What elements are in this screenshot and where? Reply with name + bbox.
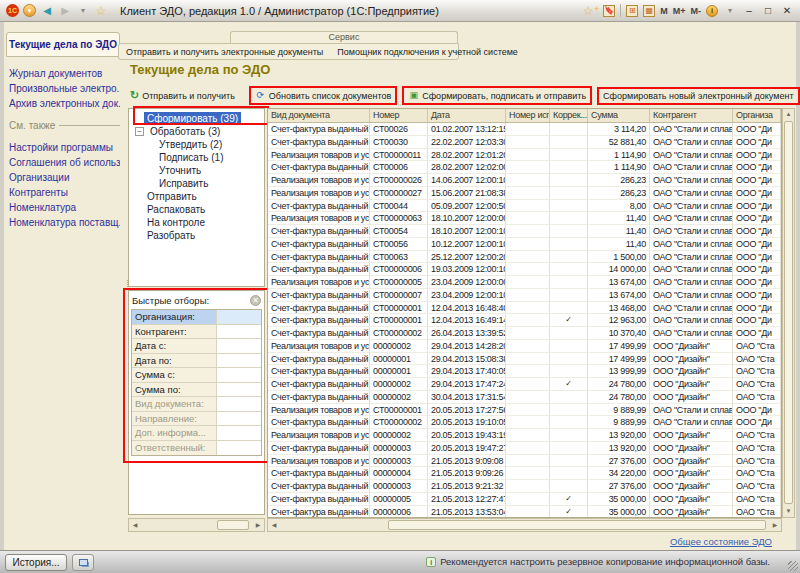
refresh-list-button[interactable]: ⟳ Обновить список документов — [251, 88, 395, 103]
maximize-button[interactable]: □ — [761, 5, 775, 16]
table-row[interactable]: Счет-фактура выданный0000000129.04.2013 … — [268, 353, 781, 366]
table-row[interactable]: Реализация товаров и ус...СТ0000002614.0… — [268, 174, 781, 187]
scroll-up-icon[interactable]: ▲ — [783, 109, 794, 120]
scroll-right-icon[interactable]: ▶ — [769, 519, 781, 531]
table-row[interactable]: Счет-фактура выданныйСТ0006325.12.2007 1… — [268, 251, 781, 264]
filter-value-field[interactable] — [217, 441, 261, 456]
service-menu-item[interactable]: Отправить и получить электронные докумен… — [119, 47, 330, 57]
info-dropdown-icon[interactable]: ▾ — [723, 4, 737, 18]
table-row[interactable]: Счет-фактура выданный0000000621.05.2013 … — [268, 506, 781, 519]
left-horizontal-scrollbar[interactable]: ◀ ▶ — [128, 518, 265, 532]
tree-item[interactable]: Утвердить (2) — [129, 138, 264, 151]
service-menu-item[interactable]: Помощник подключения к учетной системе — [330, 47, 525, 57]
table-horizontal-scrollbar[interactable]: ◀ ▶ — [267, 518, 782, 532]
filter-row[interactable]: Направление: — [132, 412, 261, 427]
tree-item[interactable]: Исправить — [129, 177, 264, 190]
column-header[interactable]: Контрагент — [650, 109, 733, 122]
sidebar-active-tab[interactable]: Текущие дела по ЭДО — [6, 32, 120, 57]
scrollbar-thumb[interactable] — [784, 121, 793, 504]
sidebar-item[interactable]: Контрагенты — [6, 185, 120, 200]
bookmark-icon[interactable]: 🔖 — [603, 5, 615, 17]
filter-row[interactable]: Сумма по: — [132, 383, 261, 398]
sidebar-item[interactable]: Настройки программы — [6, 140, 120, 155]
table-row[interactable]: Реализация товаров и ус...СТ0000006318.1… — [268, 212, 781, 225]
filter-row[interactable]: Дата с: — [132, 339, 261, 354]
main-menu-icon[interactable]: ▾ — [23, 4, 36, 17]
form-new-document-button[interactable]: Сформировать новый электронный документ — [599, 89, 797, 103]
sidebar-item[interactable]: Организации — [6, 170, 120, 185]
sidebar-item[interactable]: Соглашения об использ... — [6, 155, 120, 170]
vertical-scrollbar[interactable]: ▲ ▼ — [782, 108, 795, 518]
tree-item[interactable]: Разобрать — [129, 229, 264, 242]
history-dropdown-icon[interactable]: ▾ — [76, 4, 90, 18]
sidebar-item[interactable]: Номенклатура поставщ... — [6, 215, 120, 230]
filter-value-field[interactable] — [217, 310, 261, 324]
send-receive-button[interactable]: ↻ Отправить и получить — [130, 89, 235, 102]
table-row[interactable]: Счет-фактура выданный0000000320.05.2013 … — [268, 442, 781, 455]
scroll-left-icon[interactable]: ◀ — [268, 519, 280, 531]
table-row[interactable]: Счет-фактура выданныйСТ0002601.02.2007 1… — [268, 123, 781, 136]
column-header[interactable]: Номер испр... — [506, 109, 550, 122]
memory-minus-button[interactable]: M- — [691, 6, 702, 16]
table-row[interactable]: Счет-фактура выданныйСТ0000000112.04.201… — [268, 302, 781, 315]
table-row[interactable]: Счет-фактура выданный0000000321.05.2013 … — [268, 480, 781, 493]
table-row[interactable]: Счет-фактура выданный0000000129.04.2013 … — [268, 365, 781, 378]
edo-state-link[interactable]: Общее состояние ЭДО — [670, 536, 772, 547]
tree-item[interactable]: Распаковать — [129, 203, 264, 216]
sidebar-item[interactable]: Произвольные электро... — [6, 81, 120, 96]
table-row[interactable]: Счет-фактура выданныйСТ0000000112.04.201… — [268, 314, 781, 327]
filter-value-field[interactable] — [217, 325, 261, 339]
forward-icon[interactable]: ▶ — [58, 4, 72, 18]
resize-grip[interactable] — [788, 561, 798, 571]
filter-row[interactable]: Сумма с: — [132, 368, 261, 383]
table-row[interactable]: Счет-фактура выданный0000000229.04.2013 … — [268, 378, 781, 391]
memory-store-button[interactable]: M — [660, 6, 668, 16]
table-row[interactable]: Счет-фактура выданныйСТ0005610.12.2007 1… — [268, 238, 781, 251]
table-row[interactable]: Реализация товаров и ус...0000000220.05.… — [268, 429, 781, 442]
table-row[interactable]: Счет-фактура выданныйСТ0003022.02.2007 1… — [268, 136, 781, 149]
table-row[interactable]: Счет-фактура выданныйСТ0000000723.04.200… — [268, 289, 781, 302]
form-sign-send-button[interactable]: ▣ Сформировать, подписать и отправить — [404, 88, 590, 103]
column-header[interactable]: Организа — [733, 109, 781, 122]
filter-value-field[interactable] — [217, 354, 261, 368]
column-header[interactable]: Сумма — [588, 109, 650, 122]
filter-value-field[interactable] — [217, 339, 261, 353]
filter-row[interactable]: Ответственный: — [132, 441, 261, 456]
filter-row[interactable]: Вид документа: — [132, 397, 261, 412]
tree-item[interactable]: Подписать (1) — [129, 151, 264, 164]
table-row[interactable]: Реализация товаров и ус...СТ0000000523.0… — [268, 276, 781, 289]
tree-item[interactable]: Сформировать (39) — [129, 112, 264, 125]
scrollbar-thumb[interactable] — [217, 520, 249, 530]
close-icon[interactable]: ✕ — [250, 295, 261, 306]
info-icon[interactable]: i — [706, 5, 718, 17]
calculator-icon[interactable]: ⊞ — [626, 5, 638, 17]
table-row[interactable]: Счет-фактура выданныйСТ0005418.10.2007 1… — [268, 225, 781, 238]
column-header[interactable]: Коррек... — [550, 109, 588, 122]
filter-row[interactable]: Контрагент: — [132, 325, 261, 340]
filter-row[interactable]: Организация: — [132, 310, 261, 325]
table-row[interactable]: Счет-фактура выданныйСТ0000000619.03.200… — [268, 263, 781, 276]
sidebar-item[interactable]: Номенклатура — [6, 200, 120, 215]
table-row[interactable]: Счет-фактура выданныйСТ0004405.09.2007 1… — [268, 200, 781, 213]
scroll-down-icon[interactable]: ▼ — [783, 506, 794, 517]
filter-value-field[interactable] — [217, 368, 261, 382]
tree-item[interactable]: Отправить — [129, 190, 264, 203]
table-row[interactable]: Реализация товаров и ус...0000000229.04.… — [268, 340, 781, 353]
table-row[interactable]: Счет-фактура выданныйСТ0000000226.04.201… — [268, 327, 781, 340]
table-row[interactable]: Реализация товаров и ус...СТ0000002715.0… — [268, 187, 781, 200]
memory-plus-button[interactable]: M+ — [673, 6, 686, 16]
table-row[interactable]: Счет-фактура выданный0000000521.05.2013 … — [268, 493, 781, 506]
history-button[interactable]: История... — [5, 554, 67, 571]
sidebar-item[interactable]: Архив электронных док... — [6, 96, 120, 111]
back-icon[interactable]: ◀ — [40, 4, 54, 18]
1c-logo-icon[interactable]: 1С — [6, 4, 19, 17]
tree-item[interactable]: На контроле — [129, 216, 264, 229]
tree-item[interactable]: −Обработать (3) — [129, 125, 264, 138]
filter-row[interactable]: Доп. информа... — [132, 426, 261, 441]
column-header[interactable]: Номер — [370, 109, 428, 122]
collapse-icon[interactable]: − — [135, 127, 144, 136]
add-favorite-icon[interactable]: ☆⁺ — [584, 4, 598, 18]
table-row[interactable]: Счет-фактура выданныйСТ0000000220.05.201… — [268, 416, 781, 429]
favorites-star-icon[interactable]: ☆ — [94, 4, 108, 18]
scrollbar-thumb[interactable] — [388, 520, 766, 530]
